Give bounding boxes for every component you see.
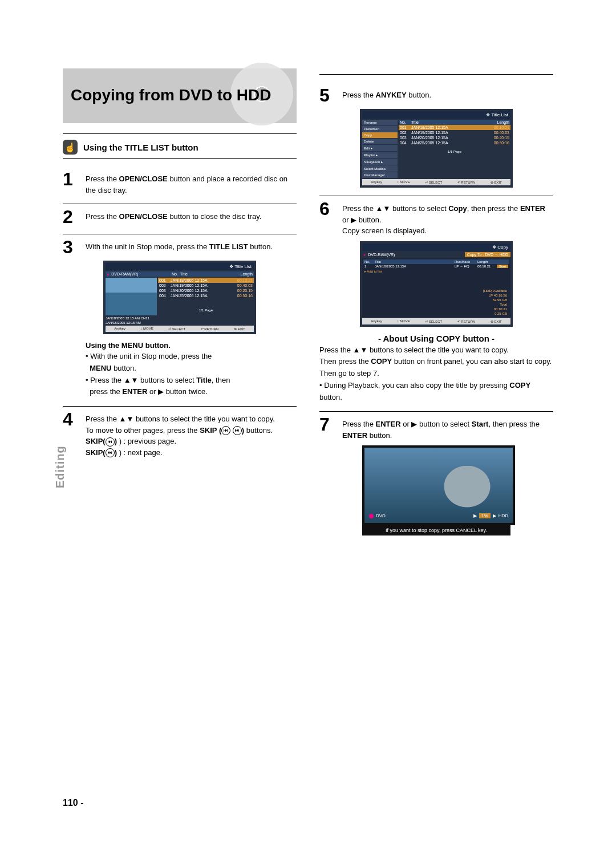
about-heading: - About Using COPY button - [319,334,553,343]
osd-footer: Anykey↕ MOVE ⏎ SELECT ↶ RETURN ⊗ EXIT [362,179,510,185]
step-number: 1 [63,170,80,196]
step-body: Press the ▲▼ buttons to select the title… [86,410,297,458]
menu-item: Copy [362,132,398,138]
step-number: 2 [63,208,80,226]
section-tab: Editing [54,445,67,488]
hand-icon: ☝ [63,140,78,155]
osd-copy-screen: Copy ● DVD-RAM(VR) Copy To : DVD → HDD N… [360,241,513,327]
step-body: Press the ENTER or ▶ button to select St… [342,415,553,441]
osd-header: Title List [106,263,254,270]
list-item: 001JAN/18/2005 12:15A00:10:21 [399,125,510,130]
step-number: 7 [319,415,337,441]
section-heading: ☝ Using the TITLE LIST button [63,133,297,155]
list-item: 003JAN/20/2005 12:15A00:20:15 [158,288,254,293]
step-body: Press the OPEN/CLOSE button and place a … [86,170,297,196]
menu-item: Delete [362,139,398,144]
list-item: 004JAN/25/2005 12:15A00:50:16 [399,140,510,145]
page-title-box: Copying from DVD to HDD [63,68,297,123]
step-body: Press the ANYKEY button. [342,86,553,104]
menu-item: Select Media ▸ [362,165,398,172]
menu-method-body: • With the unit in Stop mode, press the … [86,351,297,398]
menu-item: Rename [362,120,398,125]
menu-item: Protection [362,126,398,132]
osd-footer: Anykey↕ MOVE ⏎ SELECT ↶ RETURN ⊗ EXIT [362,318,510,324]
cancel-hint: If you want to stop copy, press CANCEL k… [362,525,510,535]
list-item: 003JAN/20/2005 12:15A00:20:15 [399,135,510,140]
menu-item: Disc Manager [362,172,398,178]
osd-header: Copy [362,244,510,251]
skip-next-icon: ⏭ [233,426,242,435]
osd-thumbnail [106,278,157,315]
osd-context-menu: Rename Protection Copy Delete Edit ▸ Pla… [362,120,398,178]
list-item: 001JAN/18/2005 12:15A00:10:21 [158,278,254,283]
step-body: Press the OPEN/CLOSE button to close the… [86,208,297,226]
step-number: 3 [63,238,80,256]
menu-method-heading: Using the MENU button. [86,341,297,350]
osd-footer: Anykey↕ MOVE ⏎ SELECT ↶ RETURN ⊗ EXIT [106,326,254,332]
osd-list: No.TitleLength 001JAN/18/2005 12:15A00:1… [399,120,510,178]
step-body: Press the ▲▼ buttons to select Copy, the… [342,200,553,237]
list-item: 004JAN/25/2005 12:15A00:50:16 [158,293,254,298]
source-badge: DVD [369,513,386,518]
page-number: 110 - [63,798,83,808]
menu-item: Navigation ▸ [362,159,398,165]
osd-anykey-menu: Title List Rename Protection Copy Delete… [360,109,513,188]
step-number: 6 [319,200,337,237]
menu-item: Edit ▸ [362,145,398,151]
osd-copy-progress: DVD ▶1%▶HDD If you want to stop copy, pr… [362,445,510,535]
skip-next-icon: ⏭ [106,448,115,457]
step-body: With the unit in Stop mode, press the TI… [86,238,297,256]
list-item: 002JAN/19/2005 12:15A00:40:03 [158,283,254,288]
list-item: 002JAN/19/2005 12:15A00:40:03 [399,130,510,135]
step-number: 5 [319,86,337,104]
skip-prev-icon: ⏮ [221,426,230,435]
section-heading-text: Using the TITLE LIST button [83,143,198,152]
osd-title-list: Title List ● DVD-RAM(VR) No. Title Lengt… [103,261,256,334]
about-body: Press the ▲▼ buttons to select the title… [319,344,553,404]
progress-indicator: ▶1%▶HDD [473,513,508,518]
skip-prev-icon: ⏮ [106,437,115,447]
menu-item: Playlist ▸ [362,152,398,158]
osd-list: 001JAN/18/2005 12:15A00:10:21 002JAN/19/… [158,278,254,324]
page-title: Copying from DVD to HDD [71,87,271,104]
osd-header: Title List [362,111,510,119]
